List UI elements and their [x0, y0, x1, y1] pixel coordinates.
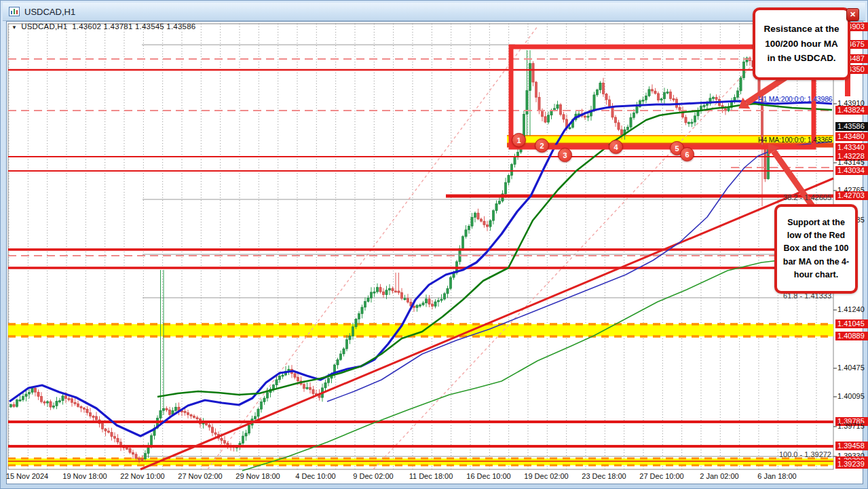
h4-ma-200-green-thin: [242, 256, 832, 471]
date-axis-label: 11 Dec 18:00: [402, 472, 460, 480]
date-axis-label: 27 Dec 10:00: [633, 472, 691, 480]
fib-level-label: 100.0 - 1.39272: [706, 450, 831, 458]
candle-body: [471, 217, 473, 226]
date-axis-label: 16 Dec 10:00: [459, 472, 518, 480]
candle-body: [654, 91, 656, 94]
candle-body: [373, 292, 375, 293]
ohlc-low: 1.43545: [135, 22, 164, 31]
candle-body: [602, 83, 604, 94]
candle-body: [687, 122, 690, 123]
mt4-chart-window: USDCAD,H1 ▼USDCAD,H1 1.43602 1.43781 1.4…: [0, 0, 868, 489]
candle-body: [547, 115, 549, 122]
candle-body: [400, 292, 402, 298]
candle-body: [13, 405, 15, 407]
candle-body: [398, 291, 400, 292]
candle-body: [422, 303, 424, 305]
candle-body: [117, 438, 119, 442]
candle-body: [593, 95, 595, 110]
candle-body: [498, 201, 500, 204]
candle-body: [663, 92, 665, 98]
candle-body: [740, 78, 742, 91]
candle-body: [633, 113, 635, 117]
candle-body: [135, 454, 137, 458]
candle-body: [337, 359, 339, 365]
candle-body: [516, 152, 518, 157]
candle-body: [504, 182, 506, 194]
price-axis-label: 1.39239: [835, 460, 868, 469]
candle-body: [673, 98, 675, 100]
candle-body: [34, 388, 36, 392]
candle-body: [83, 408, 85, 409]
candle-body: [141, 458, 143, 460]
date-axis-label: 4 Dec 10:00: [286, 472, 345, 480]
numbered-marker-3: 3: [558, 148, 572, 162]
candle-body: [345, 340, 347, 349]
candle-body: [370, 292, 372, 298]
ohlc-close: 1.43586: [166, 22, 195, 31]
candle-body: [263, 398, 265, 402]
symbol-dropdown-icon[interactable]: ▼: [12, 24, 17, 31]
candle-body: [138, 458, 140, 460]
candle-body: [367, 298, 369, 301]
candle-body: [242, 436, 244, 444]
candle-body: [193, 416, 195, 417]
candle-body: [56, 402, 58, 406]
window-titlebar[interactable]: USDCAD,H1: [3, 3, 865, 21]
candle-body: [40, 396, 42, 402]
candle-body: [404, 298, 406, 300]
mid-yellow-zone: [8, 324, 833, 336]
candle-body: [25, 394, 27, 396]
candle-body: [584, 116, 586, 117]
candle-body: [52, 406, 54, 407]
candle-body: [266, 393, 268, 398]
candle-body: [645, 96, 647, 100]
candle-body: [71, 399, 73, 402]
ohlc-high: 1.43781: [104, 22, 133, 31]
candle-body: [221, 438, 223, 440]
chart-plot-area[interactable]: [6, 21, 863, 484]
candle-body: [425, 299, 427, 303]
plot-border: [8, 24, 833, 469]
candle-body: [208, 425, 210, 427]
candle-body: [80, 407, 82, 408]
candle-body: [211, 427, 213, 433]
date-axis-label: 27 Nov 02:00: [171, 472, 229, 480]
candle-body: [666, 92, 668, 94]
price-axis-label: 1.43480: [835, 132, 868, 141]
date-axis-label: 19 Nov 18:00: [56, 472, 114, 480]
candle-body: [428, 299, 430, 305]
candle-body: [691, 122, 693, 123]
candle-body: [419, 305, 421, 306]
candle-body: [679, 107, 681, 110]
candle-body: [144, 454, 146, 459]
candle-body: [43, 402, 45, 403]
price-axis-label: 1.41240: [835, 305, 868, 314]
candle-body: [626, 127, 628, 130]
candle-body: [712, 97, 714, 98]
candle-body: [611, 106, 614, 117]
ma-200-label: H1 MA:200:0:0: 1.43986: [758, 95, 832, 103]
candle-body: [174, 407, 176, 410]
candle-body: [669, 92, 671, 99]
candle-body: [651, 90, 653, 91]
candle-body: [388, 288, 390, 290]
date-axis-label: 15 Nov 2024: [0, 472, 56, 480]
candle-body: [19, 399, 21, 401]
candle-body: [22, 396, 24, 399]
h4-ma-100-label: H4 MA:100:0:0: 1.43365: [758, 136, 832, 144]
candlestick-chart-canvas[interactable]: [7, 22, 864, 484]
candle-body: [254, 416, 256, 419]
candle-body: [605, 94, 607, 100]
dashed-trend-ray: [373, 26, 789, 469]
candle-body: [312, 389, 314, 393]
close-icon[interactable]: ✕: [846, 8, 859, 21]
candle-body: [95, 416, 97, 420]
candle-body: [168, 410, 170, 415]
candle-body: [187, 412, 189, 414]
candle-body: [364, 301, 366, 307]
candle-body: [443, 294, 445, 299]
price-axis-label: 1.43586: [835, 122, 868, 131]
candle-body: [276, 380, 278, 385]
candle-body: [184, 411, 186, 412]
date-axis-label: 2 Jan 02:00: [690, 472, 749, 480]
